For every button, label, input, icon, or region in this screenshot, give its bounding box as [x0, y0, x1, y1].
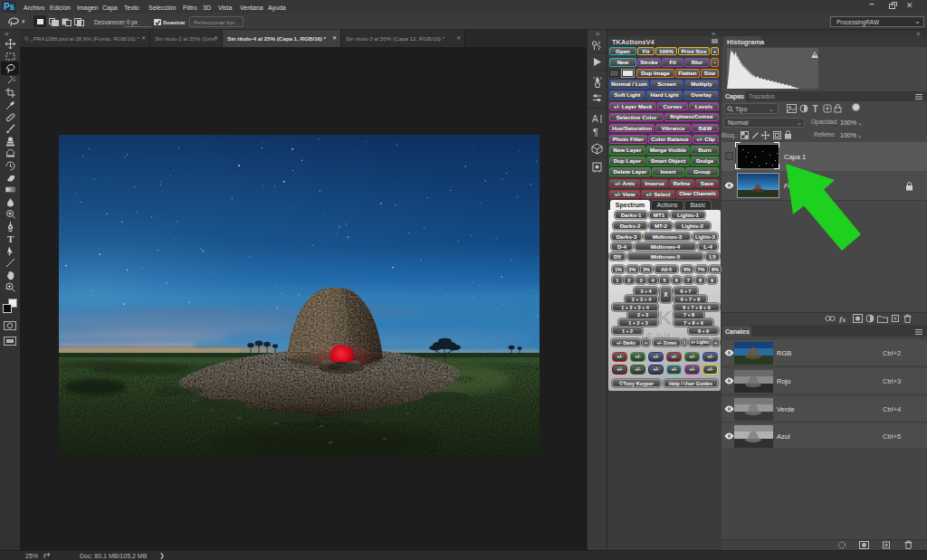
svg-text:A: A — [592, 114, 598, 124]
svg-text:¶: ¶ — [593, 127, 598, 138]
svg-text:fx: fx — [839, 315, 846, 324]
svg-text:T: T — [7, 233, 14, 243]
svg-text:T: T — [813, 104, 818, 113]
